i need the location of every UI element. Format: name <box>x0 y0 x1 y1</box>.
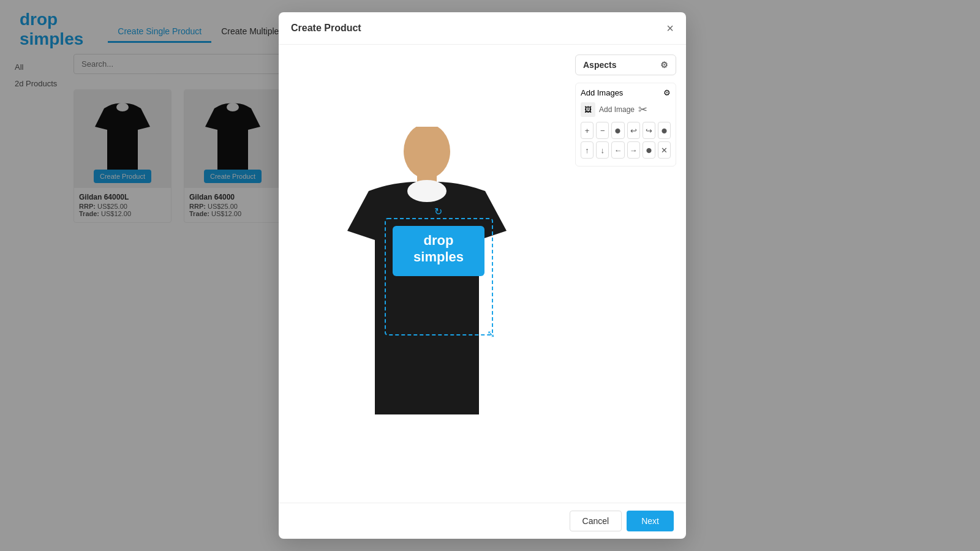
person-head-area: drop simples ↻ ⤡ <box>341 127 513 423</box>
modal-header: Create Product × <box>279 12 686 45</box>
tool-move-right[interactable]: → <box>627 141 640 159</box>
aspects-label: Aspects <box>583 60 616 70</box>
svg-point-8 <box>407 180 447 202</box>
modal-footer: Cancel Next <box>279 503 686 539</box>
tool-circle-1[interactable]: ⬤ <box>611 122 624 139</box>
right-panel: Aspects ⚙ Add Images ⚙ 🖼 Add Image ✂ + − <box>575 54 676 493</box>
tool-move-left[interactable]: ← <box>611 141 624 159</box>
create-product-modal: Create Product × <box>279 12 686 539</box>
add-images-label: Add Images <box>581 88 623 97</box>
tool-zoom-out[interactable]: − <box>596 122 609 139</box>
tool-zoom-in[interactable]: + <box>581 122 594 139</box>
add-image-btn-text[interactable]: Add Image <box>599 105 635 114</box>
tool-move-up[interactable]: ↑ <box>581 141 594 159</box>
toolbar-row-2: ↑ ↓ ← → ⬤ ✕ <box>581 141 671 159</box>
tshirt-wrapper: drop simples ↻ ⤡ <box>341 145 513 402</box>
add-images-section: Add Images ⚙ 🖼 Add Image ✂ + − ⬤ ↩ ↪ ⬤ <box>575 83 676 167</box>
svg-text:simples: simples <box>413 249 464 264</box>
toolbar-row-1: + − ⬤ ↩ ↪ ⬤ <box>581 122 671 139</box>
modal-title: Create Product <box>291 23 361 34</box>
tool-undo[interactable]: ↩ <box>627 122 640 139</box>
tool-circle-3[interactable]: ⬤ <box>643 141 655 159</box>
tool-redo[interactable]: ↪ <box>643 122 655 139</box>
canvas-area[interactable]: drop simples ↻ ⤡ <box>288 54 565 493</box>
modal-body: drop simples ↻ ⤡ Aspects ⚙ <box>279 45 686 503</box>
tool-circle-2[interactable]: ⬤ <box>658 122 671 139</box>
scissors-icon[interactable]: ✂ <box>638 103 647 116</box>
image-icon: 🖼 <box>581 102 595 117</box>
add-image-row: 🖼 Add Image ✂ <box>581 102 671 117</box>
svg-point-6 <box>404 127 450 179</box>
settings-icon: ⚙ <box>660 60 668 70</box>
modal-close-button[interactable]: × <box>666 22 674 34</box>
tshirt-person-svg: drop simples ↻ ⤡ <box>341 127 513 421</box>
svg-text:⤡: ⤡ <box>487 329 495 339</box>
tool-remove[interactable]: ✕ <box>658 141 671 159</box>
next-button[interactable]: Next <box>627 511 674 531</box>
aspects-button[interactable]: Aspects ⚙ <box>575 54 676 75</box>
svg-text:drop: drop <box>424 233 454 248</box>
svg-text:↻: ↻ <box>434 206 442 217</box>
add-images-icon: ⚙ <box>663 88 671 97</box>
cancel-button[interactable]: Cancel <box>570 511 622 531</box>
add-images-header: Add Images ⚙ <box>581 88 671 97</box>
tool-move-down[interactable]: ↓ <box>596 141 609 159</box>
